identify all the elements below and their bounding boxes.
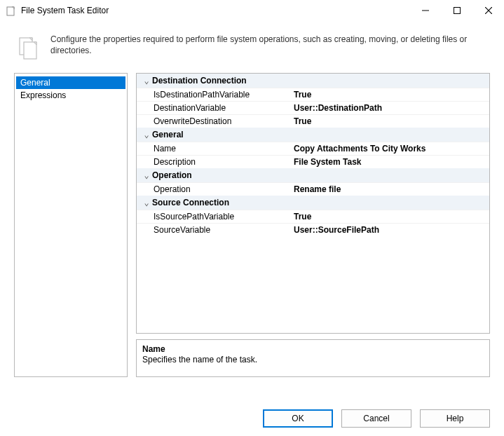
sidebar-item-general[interactable]: General <box>16 76 125 89</box>
prop-label-operation: Operation <box>137 183 290 196</box>
prop-value-overwritedestination[interactable]: True <box>290 115 489 128</box>
chevron-down-icon: ⌄ <box>141 170 152 180</box>
prop-label-destinationvariable: DestinationVariable <box>137 102 290 115</box>
prop-label-overwritedestination: OverwriteDestination <box>137 115 290 128</box>
svg-rect-7 <box>24 42 36 59</box>
prop-value-isdestinationpathvariable[interactable]: True <box>290 88 489 102</box>
task-icon <box>15 35 41 60</box>
sidebar: General Expressions <box>14 73 128 377</box>
window-title: File System Task Editor <box>21 6 409 15</box>
prop-value-destinationvariable[interactable]: User::DestinationPath <box>290 102 489 115</box>
titlebar: File System Task Editor <box>0 0 504 21</box>
prop-value-description[interactable]: File System Task <box>290 156 489 169</box>
description-box-name: Name <box>142 344 484 354</box>
help-button[interactable]: Help <box>420 409 490 428</box>
ok-button[interactable]: OK <box>263 409 333 428</box>
header-description: Configure the properties required to per… <box>50 34 490 60</box>
prop-value-sourcevariable[interactable]: User::SourceFilePath <box>290 224 489 237</box>
prop-value-operation[interactable]: Rename file <box>290 183 489 196</box>
svg-rect-2 <box>454 8 460 14</box>
prop-label-isdestinationpathvariable: IsDestinationPathVariable <box>137 88 290 102</box>
prop-label-issourcepathvariable: IsSourcePathVariable <box>137 210 290 224</box>
sidebar-item-expressions[interactable]: Expressions <box>16 89 125 102</box>
app-icon <box>6 5 17 16</box>
prop-label-sourcevariable: SourceVariable <box>137 224 290 237</box>
section-general[interactable]: ⌄General <box>137 128 489 142</box>
section-operation[interactable]: ⌄Operation <box>137 168 489 183</box>
description-box: Name Specifies the name of the task. <box>136 339 490 377</box>
svg-rect-0 <box>7 7 14 15</box>
prop-label-description: Description <box>137 156 290 169</box>
prop-label-name: Name <box>137 142 290 156</box>
section-source-connection[interactable]: ⌄Source Connection <box>137 196 489 210</box>
button-row: OK Cancel Help <box>263 409 490 428</box>
cancel-button[interactable]: Cancel <box>341 409 411 428</box>
minimize-button[interactable] <box>409 0 441 21</box>
chevron-down-icon: ⌄ <box>141 198 152 207</box>
chevron-down-icon: ⌄ <box>141 76 152 86</box>
prop-value-issourcepathvariable[interactable]: True <box>290 210 489 224</box>
property-grid: ⌄Destination Connection IsDestinationPat… <box>136 73 490 334</box>
description-box-text: Specifies the name of the task. <box>142 355 484 365</box>
maximize-button[interactable] <box>441 0 472 21</box>
close-button[interactable] <box>472 0 504 21</box>
header: Configure the properties required to per… <box>0 21 504 73</box>
chevron-down-icon: ⌄ <box>141 130 152 139</box>
prop-value-name[interactable]: Copy Attachments To City Works <box>290 142 489 156</box>
section-destination-connection[interactable]: ⌄Destination Connection <box>137 74 489 88</box>
